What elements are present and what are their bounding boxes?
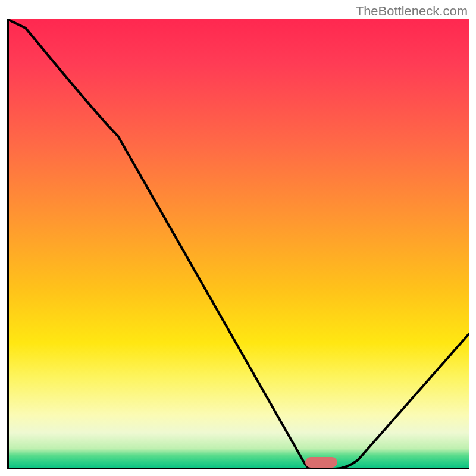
chart-container: TheBottleneck.com [0, 0, 476, 476]
optimal-marker [305, 457, 337, 468]
x-axis-line [7, 468, 469, 469]
plot-area [7, 19, 469, 469]
y-axis-line [7, 19, 9, 469]
watermark-text: TheBottleneck.com [356, 4, 468, 19]
curve-layer [7, 19, 469, 469]
bottleneck-curve [7, 19, 469, 469]
